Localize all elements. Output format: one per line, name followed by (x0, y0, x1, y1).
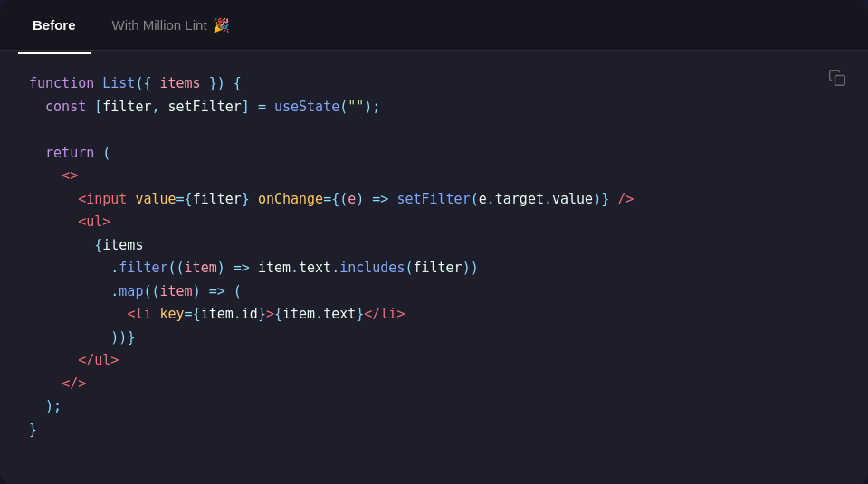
tab-before[interactable]: Before (18, 12, 91, 38)
code-area: function List({ items }) { const [filter… (0, 51, 868, 484)
svg-rect-0 (835, 76, 845, 86)
tab-with-lint-label: With Million Lint (112, 17, 207, 33)
code-display: function List({ items }) { const [filter… (29, 72, 839, 441)
party-emoji: 🎉 (213, 17, 230, 33)
copy-button[interactable] (825, 65, 850, 95)
tab-bar: Before With Million Lint 🎉 (0, 0, 868, 51)
tab-with-lint[interactable]: With Million Lint 🎉 (98, 12, 244, 39)
code-comparison-card: Before With Million Lint 🎉 function List… (0, 0, 868, 484)
